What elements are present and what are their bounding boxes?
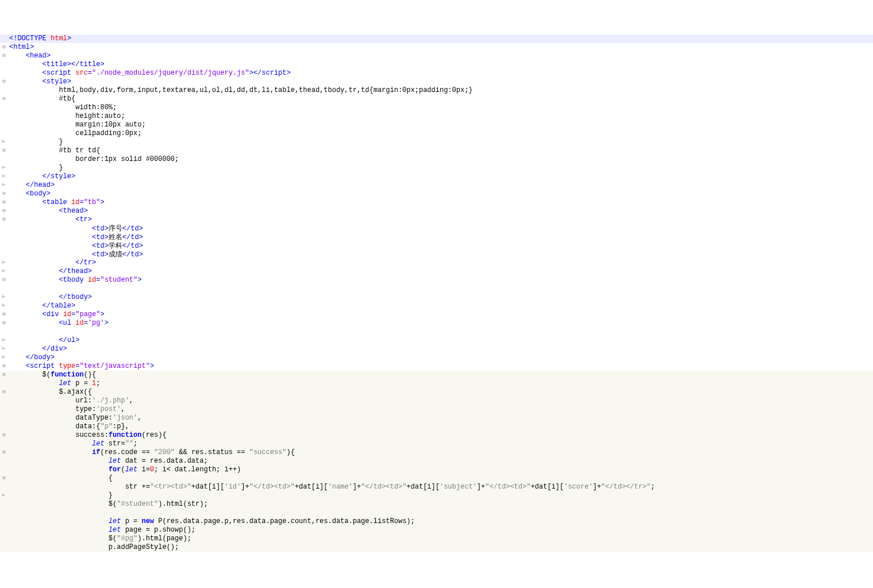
fold-gutter[interactable] [0,241,8,250]
code-line[interactable]: ⊟<html> [0,43,873,52]
code-line[interactable]: <!DOCTYPE html> [0,34,873,43]
code-line[interactable]: html,body,div,form,input,textarea,ul,ol,… [0,86,873,95]
code-content[interactable]: } [8,164,873,172]
code-line[interactable]: let p = 1; [0,379,873,388]
fold-gutter[interactable]: ⊟ [0,371,8,379]
fold-gutter[interactable]: ⊢ [0,267,8,276]
code-content[interactable]: <tr> [8,216,873,224]
fold-gutter[interactable] [0,379,8,388]
fold-gutter[interactable] [0,103,8,112]
code-content[interactable]: </style> [8,172,873,181]
code-line[interactable]: ⊟ <thead> [0,207,873,216]
code-line[interactable]: width:80%; [0,103,873,112]
code-content[interactable]: for(let i=0; i< dat.length; i++) [8,466,873,474]
code-line[interactable] [0,285,873,293]
code-line[interactable]: let str=""; [0,440,873,448]
code-content[interactable] [8,285,873,293]
fold-gutter[interactable]: ⊢ [0,172,8,181]
code-line[interactable]: <script src="./node_modules/jquery/dist/… [0,69,873,78]
code-line[interactable]: for(let i=0; i< dat.length; i++) [0,466,873,474]
code-line[interactable]: ⊢ </table> [0,302,873,310]
code-line[interactable]: <td>学科</td> [0,241,873,250]
code-line[interactable]: ⊟ $(function(){ [0,371,873,379]
code-line[interactable]: ⊟ <head> [0,52,873,60]
code-content[interactable]: success:function(res){ [8,431,873,440]
code-content[interactable]: <td>姓名</td> [8,233,873,241]
code-content[interactable]: let str=""; [8,440,873,448]
code-line[interactable]: ⊢ </ul> [0,336,873,345]
code-content[interactable]: <td>序号</td> [8,224,873,233]
fold-gutter[interactable] [0,526,8,535]
code-content[interactable]: cellpadding:0px; [8,129,873,138]
fold-gutter[interactable]: ⊟ [0,190,8,198]
fold-gutter[interactable] [0,422,8,431]
code-content[interactable]: dataType:'json', [8,414,873,422]
code-content[interactable]: <td>学科</td> [8,241,873,250]
code-line[interactable]: ⊟ <tbody id="student"> [0,276,873,285]
fold-gutter[interactable]: ⊢ [0,353,8,362]
code-content[interactable]: </tbody> [8,293,873,302]
code-line[interactable]: let p = new P(res.data.page.p,res.data.p… [0,517,873,526]
fold-gutter[interactable] [0,457,8,466]
fold-gutter[interactable]: ⊢ [0,259,8,267]
code-content[interactable]: </ul> [8,336,873,345]
fold-gutter[interactable]: ⊟ [0,448,8,457]
code-content[interactable]: $.ajax({ [8,388,873,397]
code-content[interactable]: <body> [8,190,873,198]
fold-gutter[interactable]: ⊟ [0,207,8,216]
code-line[interactable]: ⊟ #tb tr td{ [0,147,873,155]
code-line[interactable]: ⊟ <body> [0,190,873,198]
code-line[interactable]: ⊢ } [0,138,873,147]
fold-gutter[interactable]: ⊢ [0,302,8,310]
fold-gutter[interactable] [0,517,8,526]
code-content[interactable]: type:'post', [8,405,873,414]
code-line[interactable]: ⊟ <style> [0,78,873,86]
code-content[interactable]: </head> [8,181,873,190]
fold-gutter[interactable] [0,414,8,422]
fold-gutter[interactable]: ⊟ [0,310,8,319]
code-content[interactable]: width:80%; [8,103,873,112]
fold-gutter[interactable]: ⊟ [0,319,8,328]
code-content[interactable]: height:auto; [8,112,873,121]
code-line[interactable] [0,509,873,517]
code-content[interactable]: data:{"p":p}, [8,422,873,431]
code-content[interactable]: <script type="text/javascript"> [8,362,873,371]
code-content[interactable]: border:1px solid #000000; [8,155,873,164]
code-line[interactable]: $("#pg").html(page); [0,535,873,543]
code-line[interactable]: <title></title> [0,60,873,69]
fold-gutter[interactable] [0,509,8,517]
fold-gutter[interactable] [0,155,8,164]
code-line[interactable]: type:'post', [0,405,873,414]
fold-gutter[interactable] [0,535,8,543]
fold-gutter[interactable]: ⊢ [0,491,8,500]
code-line[interactable]: data:{"p":p}, [0,422,873,431]
code-content[interactable]: p.addPageStyle(); [8,543,873,552]
fold-gutter[interactable]: ⊢ [0,181,8,190]
code-content[interactable]: if(res.code == "200" && res.status == "s… [8,448,873,457]
fold-gutter[interactable]: ⊟ [0,198,8,207]
code-line[interactable] [0,328,873,336]
fold-gutter[interactable]: ⊢ [0,164,8,172]
fold-gutter[interactable]: ⊢ [0,345,8,353]
code-line[interactable]: ⊢ </style> [0,172,873,181]
code-line[interactable]: height:auto; [0,112,873,121]
code-line[interactable]: ⊟ <div id="page"> [0,310,873,319]
code-content[interactable] [8,328,873,336]
code-content[interactable]: <script src="./node_modules/jquery/dist/… [8,69,873,78]
fold-gutter[interactable]: ⊟ [0,95,8,103]
fold-gutter[interactable] [0,86,8,95]
code-content[interactable]: <table id="tb"> [8,198,873,207]
fold-gutter[interactable] [0,285,8,293]
code-content[interactable]: </tr> [8,259,873,267]
fold-gutter[interactable] [0,34,8,43]
code-content[interactable]: let p = new P(res.data.page.p,res.data.p… [8,517,873,526]
fold-gutter[interactable] [0,500,8,509]
code-line[interactable]: ⊢ } [0,491,873,500]
code-line[interactable]: margin:10px auto; [0,121,873,129]
fold-gutter[interactable] [0,250,8,259]
code-content[interactable]: <div id="page"> [8,310,873,319]
code-content[interactable]: $("#pg").html(page); [8,535,873,543]
fold-gutter[interactable] [0,60,8,69]
code-content[interactable]: str +="<tr><td>"+dat[i]['id']+"</td><td>… [8,483,873,491]
fold-gutter[interactable] [0,397,8,405]
